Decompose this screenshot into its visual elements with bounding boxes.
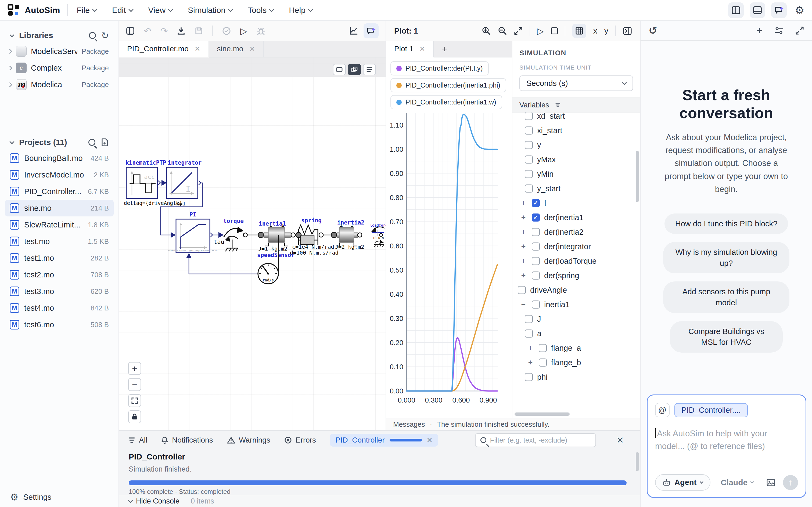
- expand-toggle[interactable]: +: [519, 213, 527, 222]
- toggle-sidebar-icon[interactable]: [126, 26, 135, 35]
- variable-row[interactable]: +flange_a: [512, 341, 640, 355]
- console-filter-input[interactable]: [490, 436, 591, 444]
- plot-stop-icon[interactable]: [551, 27, 558, 35]
- variable-row[interactable]: y: [512, 138, 640, 152]
- suggestion-pill[interactable]: Compare Buildings vs MSL for HVAC: [670, 321, 783, 353]
- send-button[interactable]: ↑: [783, 475, 798, 490]
- expand-toggle[interactable]: +: [526, 358, 535, 367]
- menu-edit[interactable]: Edit: [112, 6, 133, 15]
- suggestion-pill[interactable]: Add sensors to this pump model: [663, 281, 790, 313]
- checkbox[interactable]: [525, 373, 533, 381]
- chat-settings-sliders-icon[interactable]: [774, 26, 783, 35]
- new-chat-icon[interactable]: +: [756, 25, 763, 37]
- plot-zoom-in-icon[interactable]: [482, 26, 491, 36]
- project-row-selected[interactable]: Msine.mo214 B: [5, 200, 114, 216]
- legend-item[interactable]: PID_Controller::der(inertia1.phi): [391, 78, 506, 92]
- diagram-canvas[interactable]: + − kinematicPTP: [119, 57, 386, 430]
- expand-toggle[interactable]: +: [519, 199, 527, 208]
- collapse-panel-right-icon[interactable]: [623, 26, 632, 36]
- variable-row[interactable]: yMin: [512, 167, 640, 181]
- run-simulation-icon[interactable]: ▷: [240, 26, 247, 36]
- tab-sine[interactable]: sine.mo✕: [209, 41, 264, 57]
- variable-row[interactable]: +flange_b: [512, 355, 640, 370]
- variable-row[interactable]: +der(spring: [512, 268, 640, 283]
- inertia2-block[interactable]: [339, 227, 354, 242]
- search-icon[interactable]: [89, 32, 96, 39]
- add-plot-tab-button[interactable]: +: [434, 41, 455, 57]
- library-item-modelica[interactable]: m Modelica Package: [0, 76, 118, 93]
- checkbox[interactable]: [525, 156, 533, 164]
- variable-row[interactable]: +I: [512, 196, 640, 210]
- model-selector[interactable]: Claude: [721, 478, 753, 487]
- checkbox[interactable]: [525, 184, 533, 192]
- variable-row[interactable]: +der(integrator: [512, 239, 640, 254]
- chat-input-card[interactable]: @ PID_Controller.... Ask AutoSim to help…: [647, 394, 806, 498]
- checkbox[interactable]: [532, 300, 540, 308]
- menu-view[interactable]: View: [148, 6, 172, 15]
- checkbox[interactable]: [532, 272, 540, 280]
- console-tab-all[interactable]: All: [128, 436, 147, 444]
- variable-row[interactable]: +der(inertia1: [512, 210, 640, 225]
- plot-expand-icon[interactable]: [514, 26, 523, 35]
- console-tab-warnings[interactable]: Warnings: [227, 436, 270, 444]
- legend-item[interactable]: PID_Controller::der(inertia1.w): [391, 95, 502, 109]
- checkbox[interactable]: [532, 214, 540, 222]
- plot-y-axis-button[interactable]: y: [604, 26, 608, 36]
- new-file-icon[interactable]: [101, 138, 109, 147]
- debug-icon[interactable]: [256, 26, 265, 36]
- suggestion-pill[interactable]: How do I tune this PID block?: [664, 214, 788, 234]
- project-row[interactable]: Mtest3.mo620 B: [5, 283, 114, 300]
- messages-label[interactable]: Messages: [393, 420, 425, 429]
- console-tab-notifications[interactable]: Notifications: [161, 436, 213, 444]
- settings-gear-icon[interactable]: ⚙: [795, 4, 805, 16]
- checkbox[interactable]: [532, 199, 540, 207]
- expand-toggle[interactable]: +: [519, 271, 527, 280]
- plot-tab-1[interactable]: Plot 1✕: [386, 41, 434, 57]
- variable-row[interactable]: J: [512, 312, 640, 326]
- ai-chat-button[interactable]: [363, 23, 378, 39]
- plot-play-icon[interactable]: ▷: [537, 26, 544, 36]
- save-icon[interactable]: [195, 26, 203, 35]
- tab-pid-controller[interactable]: PID_Controller.mo✕: [119, 41, 209, 57]
- expand-toggle[interactable]: +: [519, 228, 527, 237]
- expand-toggle[interactable]: +: [519, 242, 527, 251]
- checkbox[interactable]: [539, 358, 547, 367]
- project-row[interactable]: Mtest1.mo282 B: [5, 250, 114, 266]
- menu-tools[interactable]: Tools: [248, 6, 273, 15]
- variable-row[interactable]: +der(loadTorque: [512, 254, 640, 268]
- horizontal-scrollbar[interactable]: [515, 412, 570, 416]
- project-row[interactable]: MInverseModel.mo2 KB: [5, 167, 114, 183]
- suggestion-pill[interactable]: Why is my simulation blowing up?: [663, 242, 790, 273]
- checkbox[interactable]: [525, 113, 533, 120]
- menu-help[interactable]: Help: [289, 6, 312, 15]
- close-console-icon[interactable]: ✕: [616, 435, 624, 446]
- variable-row[interactable]: xd_start: [512, 113, 640, 123]
- refresh-icon[interactable]: ↻: [101, 31, 109, 40]
- project-row[interactable]: MSlewRateLimit...1.8 KB: [5, 216, 114, 233]
- toggle-bottom-panel-button[interactable]: [750, 2, 765, 18]
- agent-mode-selector[interactable]: Agent: [655, 474, 710, 491]
- hide-console-button[interactable]: Hide Console: [129, 497, 180, 505]
- checkbox[interactable]: [525, 315, 533, 323]
- inertia1-block[interactable]: [268, 227, 285, 242]
- project-row[interactable]: Mtest4.mo842 B: [5, 300, 114, 316]
- variable-row[interactable]: −inertia1: [512, 297, 640, 312]
- import-icon[interactable]: [177, 26, 186, 35]
- modelica-diagram[interactable]: kinematicPTP acc deltaq={driveAngle} int…: [119, 57, 386, 430]
- redo-icon[interactable]: ↷: [160, 26, 168, 36]
- history-icon[interactable]: ↺: [649, 25, 657, 37]
- checkbox[interactable]: [525, 126, 533, 134]
- search-icon[interactable]: [88, 139, 95, 146]
- checkbox[interactable]: [518, 286, 526, 294]
- chat-input-placeholder[interactable]: Ask AutoSim to help with your model... (…: [655, 428, 781, 452]
- console-tab-errors[interactable]: Errors: [284, 436, 316, 444]
- variable-row[interactable]: phi: [512, 370, 640, 384]
- projects-header[interactable]: Projects (11): [0, 135, 118, 150]
- expand-toggle[interactable]: +: [519, 257, 527, 266]
- project-row[interactable]: MBouncingBall.mo424 B: [5, 150, 114, 167]
- toggle-left-panel-button[interactable]: [728, 2, 744, 18]
- settings-button[interactable]: ⚙ Settings: [0, 487, 118, 507]
- variable-row[interactable]: a: [512, 326, 640, 341]
- checkbox[interactable]: [525, 141, 533, 149]
- variable-row[interactable]: y_start: [512, 181, 640, 196]
